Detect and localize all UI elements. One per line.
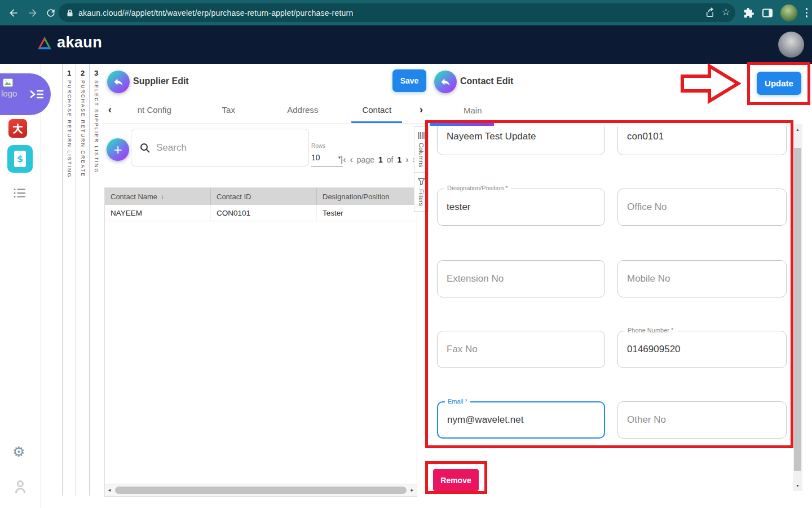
first-page-icon[interactable]: |‹ <box>341 155 346 164</box>
app-icon-red[interactable] <box>8 119 27 138</box>
browser-toolbar-cluster <box>743 0 809 25</box>
back-arrow-icon <box>440 76 451 87</box>
tab-payment-config[interactable]: nt Config <box>117 96 192 123</box>
other-no-field <box>617 401 787 439</box>
col-contact-name[interactable]: Contact Name ↓ <box>105 188 210 205</box>
tab-main[interactable]: Main <box>464 106 482 115</box>
fax-no-field <box>437 331 605 368</box>
filter-funnel-icon <box>418 178 425 185</box>
contact-back-button[interactable] <box>434 71 457 93</box>
lock-icon <box>67 9 73 17</box>
share-icon[interactable] <box>704 7 715 18</box>
step-select-supplier-listing[interactable]: 3 SELECT SUPPLIER LISTING <box>89 64 103 496</box>
scroll-down-icon[interactable]: ▼ <box>793 484 802 488</box>
tab-contact[interactable]: Contact <box>340 96 414 123</box>
tab-address[interactable]: Address <box>266 96 340 123</box>
browser-profile-avatar[interactable] <box>780 5 797 21</box>
back-arrow-icon <box>113 76 124 87</box>
office-no-input[interactable] <box>618 189 786 225</box>
cjk-character-icon <box>12 122 24 134</box>
col-contact-id[interactable]: Contact ID <box>210 188 316 205</box>
tab-tax[interactable]: Tax <box>192 96 266 123</box>
contact-edit-panel: Contact Edit Update Main Designation/Pos… <box>429 64 812 508</box>
office-no-field <box>617 189 787 226</box>
extension-no-input[interactable] <box>438 261 604 297</box>
of-word: of <box>387 155 394 164</box>
supplier-edit-panel: Supplier Edit Save ‹ nt Config Tax Addre… <box>103 64 429 508</box>
browser-back-icon[interactable] <box>8 7 19 19</box>
other-no-input[interactable] <box>618 402 786 438</box>
extension-no-field <box>437 260 605 297</box>
mobile-no-input[interactable] <box>618 261 786 297</box>
browser-reload-icon[interactable] <box>45 7 56 19</box>
contact-table: Contact Name ↓ Contact ID Designation/Po… <box>104 187 417 497</box>
filters-tool[interactable]: Filters <box>414 173 429 212</box>
vscrollbar-thumb[interactable] <box>794 148 801 471</box>
supplier-back-button[interactable] <box>107 71 130 93</box>
add-contact-button[interactable]: + <box>107 138 129 161</box>
extensions-icon[interactable] <box>743 7 754 19</box>
screen: akaun.cloud/#/applet/tnt/wavelet/erp/pur… <box>0 0 812 508</box>
table-header: Contact Name ↓ Contact ID Designation/Po… <box>105 188 417 205</box>
side-panel-icon[interactable] <box>762 7 773 19</box>
user-avatar[interactable] <box>778 32 804 58</box>
rows-select[interactable]: 10 ▼ <box>311 153 343 167</box>
bookmark-star-icon[interactable]: ☆ <box>722 6 730 18</box>
columns-icon <box>418 132 425 139</box>
app-header: akaun <box>0 25 812 64</box>
prev-page-icon[interactable]: ‹ <box>350 155 352 164</box>
logo-alt-text: logo <box>1 89 17 98</box>
contact-name-input[interactable] <box>438 126 604 155</box>
mobile-no-field <box>617 260 787 297</box>
cell-contact-id: CON0101 <box>210 205 316 221</box>
browser-forward-icon[interactable] <box>27 7 38 19</box>
search-input[interactable] <box>155 142 287 154</box>
columns-tool[interactable]: Columns <box>414 126 429 173</box>
profile-person-icon[interactable] <box>14 480 27 493</box>
browser-menu-icon[interactable] <box>805 7 809 19</box>
rows-per-page: Rows 10 ▼ <box>311 143 344 167</box>
designation-input[interactable] <box>438 189 604 225</box>
scroll-right-icon[interactable]: ► <box>408 488 417 493</box>
svg-text:$: $ <box>17 154 23 164</box>
email-input[interactable] <box>438 402 604 437</box>
table-row[interactable]: NAYEEM CON0101 Tester <box>105 205 417 221</box>
phone-number-input[interactable] <box>618 331 786 367</box>
tabs-scroll-right-icon[interactable]: › <box>414 103 429 116</box>
tabs-scroll-left-icon[interactable]: ‹ <box>103 103 117 116</box>
sort-desc-icon: ↓ <box>161 192 164 200</box>
save-button[interactable]: Save <box>392 69 426 92</box>
brand: akaun <box>36 34 102 51</box>
remove-button[interactable]: Remove <box>433 469 479 491</box>
scroll-left-icon[interactable]: ◄ <box>105 488 114 493</box>
broken-image-icon <box>3 78 13 87</box>
update-button[interactable]: Update <box>757 72 801 95</box>
applet-logo-pill[interactable]: logo <box>0 73 51 115</box>
supplier-panel-title: Supplier Edit <box>133 76 189 86</box>
search-icon <box>140 143 150 153</box>
hscrollbar-thumb[interactable] <box>115 487 407 494</box>
brand-name: akaun <box>57 34 102 51</box>
pagination: |‹ ‹ page 1 of 1 › ›| <box>341 155 418 164</box>
contact-name-field <box>437 126 605 155</box>
fax-no-input[interactable] <box>438 331 604 367</box>
url-bar[interactable]: akaun.cloud/#/applet/tnt/wavelet/erp/pur… <box>59 3 735 22</box>
rows-label: Rows <box>311 143 344 149</box>
list-menu-icon[interactable] <box>14 188 26 198</box>
next-page-icon[interactable]: › <box>405 155 408 164</box>
table-horizontal-scrollbar: ◄ ► <box>105 484 417 496</box>
app-icon-billing[interactable]: $ <box>7 145 33 173</box>
step-purchase-return-listing[interactable]: 1 PURCHASE RETURN LISTING <box>62 64 76 496</box>
contact-panel-title: Contact Edit <box>460 76 513 86</box>
email-field: Email * <box>437 401 605 439</box>
contact-id-input[interactable] <box>618 126 786 155</box>
page-word: page <box>357 155 374 164</box>
settings-gear-icon[interactable]: ⚙ <box>12 445 25 459</box>
main-tab-indicator <box>430 123 494 126</box>
step-purchase-return-create[interactable]: 2 PURCHASE RETURN CREATE <box>76 64 89 496</box>
scroll-up-icon[interactable]: ▲ <box>793 128 802 132</box>
col-designation[interactable]: Designation/Position <box>316 188 417 205</box>
phone-number-field: Phone Number * <box>617 331 787 368</box>
contact-id-field <box>617 126 787 155</box>
designation-field: Designation/Position * <box>437 189 605 226</box>
